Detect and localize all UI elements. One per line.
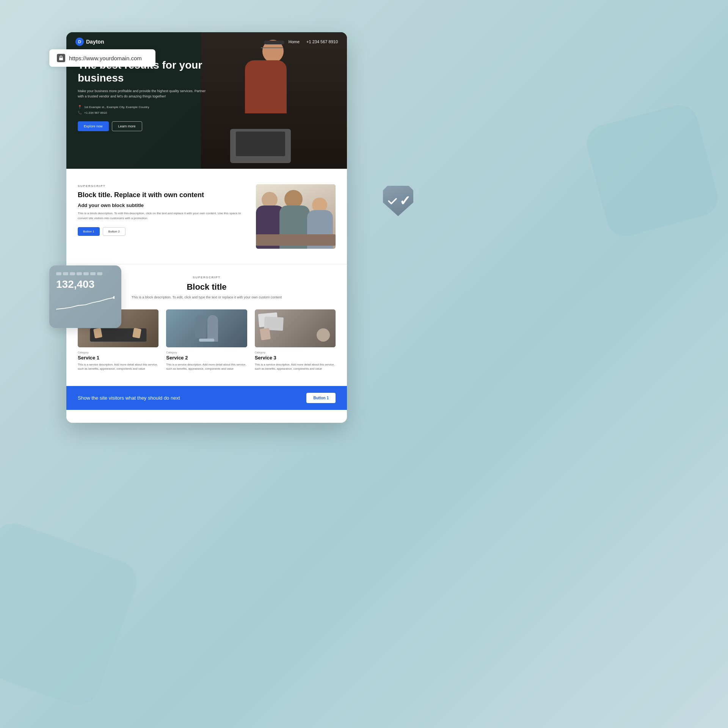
stats-bars — [56, 272, 115, 275]
pin-icon: 📍 — [78, 105, 82, 109]
browser-window: Dayton Home +1 234 567 8910 The best res… — [66, 32, 347, 423]
logo-icon — [75, 38, 84, 46]
phone-icon: 📞 — [78, 111, 82, 115]
stats-bar-item — [70, 272, 75, 275]
service-name-1: Service 1 — [78, 355, 158, 361]
stats-bar-item — [56, 272, 61, 275]
nav-right: Home +1 234 567 8910 — [289, 39, 338, 44]
block-subtitle: Add your own block subtitle — [78, 202, 245, 208]
block-btn1[interactable]: Button 1 — [78, 227, 100, 236]
cta-footer-button[interactable]: Button 1 — [306, 393, 336, 403]
figure-laptop — [230, 129, 291, 163]
nav-home-link[interactable]: Home — [289, 39, 300, 44]
service-desc-2: This is a service description. Add more … — [166, 362, 247, 371]
service-card-2: Category Service 2 This is a service des… — [166, 309, 247, 371]
lock-icon — [57, 54, 65, 62]
nav-logo[interactable]: Dayton — [75, 38, 104, 46]
service-category-3: Category — [255, 351, 336, 354]
cta-footer: Show the site visitors what they should … — [66, 386, 347, 410]
hero-buttons: Explore now Learn more — [78, 121, 223, 131]
stats-bar-item — [97, 272, 102, 275]
block-right — [256, 184, 336, 249]
stats-bar-item — [63, 272, 68, 275]
meeting-table — [256, 234, 336, 246]
svg-rect-0 — [59, 58, 63, 60]
bg-shape-2 — [582, 101, 722, 240]
logo-text: Dayton — [86, 39, 104, 45]
service-name-2: Service 2 — [166, 355, 247, 361]
url-text: https://www.yourdomain.com — [69, 55, 142, 61]
team-image — [256, 184, 336, 249]
block-left: SUPERSCRIPT Block title. Replace it with… — [78, 184, 245, 236]
stats-chart — [56, 294, 115, 313]
hero-subtitle: Make your business more profitable and p… — [78, 89, 207, 99]
stats-bar-item — [77, 272, 82, 275]
service-card-3: Category Service 3 This is a service des… — [255, 309, 336, 371]
service-desc-1: This is a service description. Add more … — [78, 362, 158, 371]
svg-point-1 — [113, 296, 115, 299]
block-buttons: Button 1 Button 2 — [78, 227, 245, 236]
check-icon — [386, 194, 399, 208]
stats-bar-item — [83, 272, 89, 275]
service-name-3: Service 3 — [255, 355, 336, 361]
block-section: SUPERSCRIPT Block title. Replace it with… — [66, 169, 347, 264]
service-image-2 — [166, 309, 247, 347]
block-description: This is a block description. To edit thi… — [78, 211, 245, 221]
service-category-1: Category — [78, 351, 158, 354]
learn-more-button[interactable]: Learn more — [112, 121, 142, 131]
nav: Dayton Home +1 234 567 8910 — [66, 32, 347, 51]
url-bar[interactable]: https://www.yourdomain.com — [49, 49, 155, 67]
nav-phone: +1 234 567 8910 — [306, 39, 338, 44]
block-title: Block title. Replace it with own content — [78, 191, 245, 199]
hero-phone: 📞 +1 234 567 8910 — [78, 111, 223, 115]
bg-shape-1 — [0, 517, 143, 712]
cta-footer-text: Show the site visitors what they should … — [78, 395, 180, 401]
explore-now-button[interactable]: Explore now — [78, 121, 109, 131]
hero-info: 📍 1st Example st., Example City, Example… — [78, 105, 223, 115]
service-image-3 — [255, 309, 336, 347]
shield-badge — [383, 186, 413, 216]
stats-bar-item — [90, 272, 96, 275]
block-image — [256, 184, 336, 249]
stats-number: 132,403 — [56, 278, 115, 290]
figure-body — [245, 60, 287, 113]
stats-card: 132,403 — [49, 265, 121, 328]
hero-address: 📍 1st Example st., Example City, Example… — [78, 105, 223, 109]
website-content: Dayton Home +1 234 567 8910 The best res… — [66, 32, 347, 423]
service-category-2: Category — [166, 351, 247, 354]
service-desc-3: This is a service description. Add more … — [255, 362, 336, 371]
block-btn2[interactable]: Button 2 — [103, 227, 126, 236]
block-superscript: SUPERSCRIPT — [78, 184, 245, 188]
